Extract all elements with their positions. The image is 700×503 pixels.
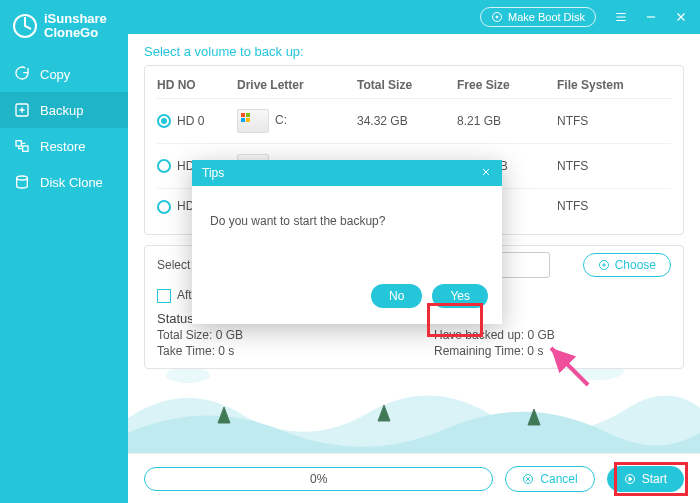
make-boot-disk-button[interactable]: Make Boot Disk: [480, 7, 596, 27]
logo-text: iSunshare CloneGo: [44, 12, 107, 40]
svg-point-8: [166, 367, 210, 383]
col-free: Free Size: [457, 78, 557, 92]
volumes-title: Select a volume to back up:: [144, 44, 684, 59]
status-backed: Have backed up: 0 GB: [434, 328, 671, 342]
logo-line1: iSunshare: [44, 12, 107, 26]
col-fs: File System: [557, 78, 657, 92]
progress-bar: 0%: [144, 467, 493, 491]
start-label: Start: [642, 472, 667, 486]
restore-icon: [14, 138, 30, 154]
cell-total: 34.32 GB: [357, 114, 457, 128]
make-boot-label: Make Boot Disk: [508, 11, 585, 23]
disk-clone-icon: [14, 174, 30, 190]
cancel-label: Cancel: [540, 472, 577, 486]
plus-icon: [598, 259, 610, 271]
footer: 0% Cancel Start: [128, 453, 700, 503]
close-button[interactable]: [668, 4, 694, 30]
radio-icon[interactable]: [157, 114, 171, 128]
choose-button[interactable]: Choose: [583, 253, 671, 277]
drive-icon: [237, 109, 269, 133]
minimize-button[interactable]: [638, 4, 664, 30]
progress-percent: 0%: [310, 472, 327, 486]
sidebar-item-copy[interactable]: Copy: [0, 56, 128, 92]
radio-icon[interactable]: [157, 200, 171, 214]
sidebar: iSunshare CloneGo Copy Backup Restore Di…: [0, 0, 128, 503]
cell-hd: HD 0: [177, 114, 204, 128]
status-remain: Remaining Time: 0 s: [434, 344, 671, 358]
svg-rect-3: [23, 146, 28, 151]
logo-icon: [12, 13, 38, 39]
svg-rect-2: [16, 141, 21, 146]
svg-point-4: [17, 176, 28, 180]
dialog-yes-button[interactable]: Yes: [432, 284, 488, 308]
status-total: Total Size: 0 GB: [157, 328, 394, 342]
app-logo: iSunshare CloneGo: [0, 0, 128, 56]
titlebar: Make Boot Disk: [128, 0, 700, 34]
close-icon: [480, 166, 492, 178]
sidebar-item-backup[interactable]: Backup: [0, 92, 128, 128]
tips-dialog: Tips Do you want to start the backup? No…: [192, 160, 502, 324]
dialog-title: Tips: [202, 166, 224, 180]
table-row[interactable]: HD 0 C: 34.32 GB 8.21 GB NTFS: [157, 99, 671, 144]
col-hd: HD NO: [157, 78, 237, 92]
svg-point-6: [496, 16, 498, 18]
cancel-icon: [522, 473, 534, 485]
after-checkbox[interactable]: [157, 289, 171, 303]
backup-icon: [14, 102, 30, 118]
volumes-header: HD NO Drive Letter Total Size Free Size …: [157, 72, 671, 99]
col-total: Total Size: [357, 78, 457, 92]
dialog-body: Do you want to start the backup?: [192, 186, 502, 276]
cell-fs: NTFS: [557, 114, 657, 128]
start-button[interactable]: Start: [607, 466, 684, 492]
dialog-message: Do you want to start the backup?: [210, 214, 385, 228]
cancel-button[interactable]: Cancel: [505, 466, 594, 492]
dialog-footer: No Yes: [192, 276, 502, 324]
sidebar-item-label: Restore: [40, 139, 86, 154]
hills-decoration: [128, 363, 700, 453]
sidebar-item-restore[interactable]: Restore: [0, 128, 128, 164]
copy-icon: [14, 66, 30, 82]
cell-fs: NTFS: [557, 199, 657, 213]
sidebar-item-label: Disk Clone: [40, 175, 103, 190]
sidebar-item-label: Backup: [40, 103, 83, 118]
cell-free: 8.21 GB: [457, 114, 557, 128]
dialog-close-button[interactable]: [480, 166, 492, 180]
radio-icon[interactable]: [157, 159, 171, 173]
dialog-no-button[interactable]: No: [371, 284, 422, 308]
sidebar-item-label: Copy: [40, 67, 70, 82]
logo-line2: CloneGo: [44, 26, 107, 40]
cell-letter: C:: [275, 113, 287, 127]
play-icon: [624, 473, 636, 485]
dialog-header: Tips: [192, 160, 502, 186]
choose-label: Choose: [615, 258, 656, 272]
menu-button[interactable]: [608, 4, 634, 30]
disk-icon: [491, 11, 503, 23]
col-letter: Drive Letter: [237, 78, 357, 92]
sidebar-item-disk-clone[interactable]: Disk Clone: [0, 164, 128, 200]
status-take: Take Time: 0 s: [157, 344, 394, 358]
cell-fs: NTFS: [557, 159, 657, 173]
app-window: iSunshare CloneGo Copy Backup Restore Di…: [0, 0, 700, 503]
